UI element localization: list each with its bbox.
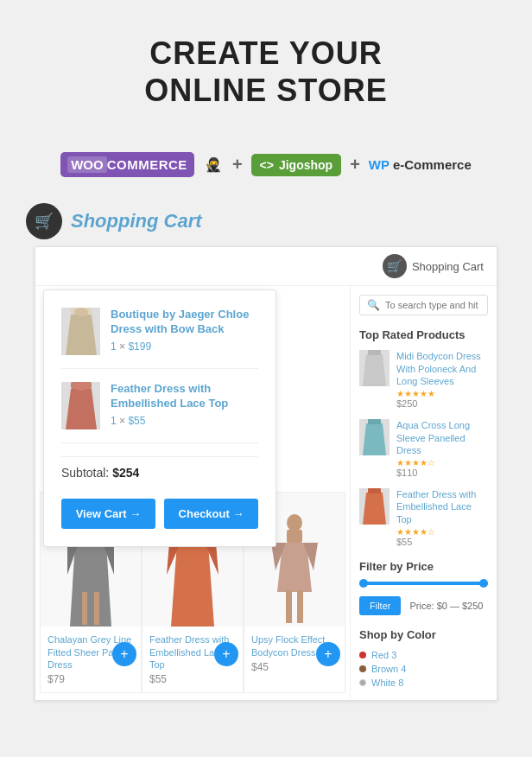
hero-title: CREATE YOUR ONLINE STORE: [17, 35, 515, 109]
search-input[interactable]: [385, 300, 480, 310]
top-rated-img-2: [359, 419, 390, 455]
add-to-cart-4-button[interactable]: +: [316, 642, 340, 666]
cart-dropdown: Boutique by Jaeger Chloe Dress with Bow …: [43, 289, 276, 547]
cart-section-header: 🛒 Shopping Cart: [0, 203, 532, 229]
top-rated-price-2: $110: [396, 468, 488, 478]
svg-rect-29: [286, 590, 292, 623]
store-cart-label: Shopping Cart: [412, 260, 484, 273]
dress-image-2: [64, 382, 98, 429]
store-sidebar: 🔍 Top Rated Products Midi Bodycon Dress …: [350, 286, 497, 700]
price-slider-fill: [359, 582, 488, 585]
top-rated-title: Top Rated Products: [359, 328, 488, 341]
jigo-chevrons-icon: <>: [260, 158, 274, 172]
cart-icon: 🛒: [26, 203, 62, 239]
filter-button[interactable]: Filter: [359, 596, 401, 615]
color-dot-red: [359, 652, 366, 658]
svg-rect-30: [297, 590, 303, 623]
svg-rect-34: [368, 419, 381, 424]
top-rated-name-3: Feather Dress with Embellished Lace Top: [396, 488, 488, 525]
top-rated-name-2: Aqua Cross Long Sleeve Panelled Dress: [396, 419, 488, 456]
color-item-white[interactable]: White 8: [359, 677, 488, 688]
svg-marker-35: [363, 493, 386, 525]
filter-price-row: Filter Price: $0 — $250: [359, 592, 488, 615]
store-cart-icon: 🛒: [383, 254, 407, 278]
add-to-cart-3-button[interactable]: +: [214, 642, 238, 666]
dress-image-1: [64, 308, 98, 355]
svg-marker-31: [363, 354, 386, 386]
top-rated-svg-1: [359, 350, 390, 386]
svg-point-24: [287, 514, 302, 531]
woo-text: WOO: [67, 156, 107, 173]
top-rated-info-1: Midi Bodycon Dress With Poloneck And Lon…: [396, 350, 488, 409]
woocommerce-logo: WOO COMMERCE: [60, 152, 194, 177]
product-2-price: $79: [48, 673, 134, 685]
filter-section: Filter by Price Filter Price: $0 — $250: [359, 560, 488, 615]
top-rated-stars-1: ★★★★★: [396, 389, 488, 398]
price-slider-track: [359, 582, 488, 585]
plus-sign-2: +: [350, 155, 360, 175]
color-dot-white: [359, 679, 366, 686]
price-range-label: Price: $0 — $250: [409, 601, 483, 611]
color-item-red[interactable]: Red 3: [359, 650, 488, 660]
top-rated-item-2: Aqua Cross Long Sleeve Panelled Dress ★★…: [359, 419, 488, 478]
store-top-bar: 🛒 Shopping Cart: [35, 247, 497, 286]
plus-sign-1: +: [232, 155, 243, 175]
svg-marker-1: [66, 315, 97, 355]
ninja-icon: 🥷: [205, 156, 222, 173]
product-3-price: $55: [149, 673, 236, 685]
search-icon: 🔍: [367, 299, 380, 311]
top-rated-stars-3: ★★★★☆: [396, 527, 488, 537]
cart-item-1-link[interactable]: Boutique by Jaeger Chloe Dress with Bow …: [111, 308, 258, 337]
cart-title: Shopping Cart: [71, 210, 202, 232]
top-rated-img-1: [359, 350, 390, 386]
cart-item-1-image: [61, 308, 100, 355]
cart-item-1-info: Boutique by Jaeger Chloe Dress with Bow …: [111, 308, 258, 355]
commerce-text: COMMERCE: [107, 157, 187, 172]
top-rated-price-1: $250: [396, 398, 488, 409]
hero-section: CREATE YOUR ONLINE STORE: [0, 0, 532, 135]
store-cart-widget: 🛒 Shopping Cart: [383, 254, 484, 278]
svg-rect-36: [368, 488, 381, 493]
top-rated-item-3: Feather Dress with Embellished Lace Top …: [359, 488, 488, 547]
top-rated-svg-2: [359, 419, 390, 455]
color-title: Shop by Color: [359, 628, 488, 641]
svg-marker-21: [171, 543, 214, 627]
svg-rect-25: [287, 530, 302, 543]
cart-item-1: Boutique by Jaeger Chloe Dress with Bow …: [61, 308, 258, 369]
wp-ecommerce-logo: WP e-Commerce: [369, 157, 472, 172]
view-cart-button[interactable]: View Cart →: [61, 499, 155, 529]
checkout-button[interactable]: Checkout →: [164, 499, 258, 529]
top-rated-img-3: [359, 488, 390, 525]
top-rated-info-3: Feather Dress with Embellished Lace Top …: [396, 488, 488, 547]
cart-item-1-qty: 1 × $199: [111, 340, 258, 353]
cart-item-2: Feather Dress with Embellished Lace Top …: [61, 382, 258, 443]
svg-rect-17: [82, 592, 87, 625]
main-wrapper: Boutique by Jaeger Chloe Dress with Bow …: [17, 246, 515, 701]
color-dot-brown: [359, 665, 366, 672]
slider-thumb-left[interactable]: [359, 579, 368, 588]
cart-item-2-link[interactable]: Feather Dress with Embellished Lace Top: [111, 382, 258, 411]
logos-section: WOO COMMERCE 🥷 + <> Jigoshop + WP e-Comm…: [0, 135, 532, 203]
svg-point-5: [74, 382, 88, 391]
subtotal-row: Subtotal: $254: [61, 456, 258, 488]
cart-header: 🛒 Shopping Cart: [26, 203, 506, 239]
cart-item-2-info: Feather Dress with Embellished Lace Top …: [111, 382, 258, 429]
svg-rect-18: [94, 592, 99, 625]
top-rated-name-1: Midi Bodycon Dress With Poloneck And Lon…: [396, 350, 488, 387]
jigo-name: Jigoshop: [279, 158, 332, 172]
filter-title: Filter by Price: [359, 560, 488, 573]
top-rated-price-3: $55: [396, 537, 488, 547]
cart-item-2-image: [61, 382, 100, 429]
svg-marker-33: [363, 423, 386, 455]
top-rated-stars-2: ★★★★☆: [396, 458, 488, 468]
slider-thumb-right[interactable]: [479, 579, 488, 588]
svg-point-2: [74, 308, 88, 316]
svg-rect-32: [368, 350, 381, 355]
cart-item-2-qty: 1 × $55: [111, 415, 258, 427]
svg-marker-4: [66, 389, 97, 429]
svg-marker-14: [70, 543, 111, 627]
color-item-brown[interactable]: Brown 4: [359, 664, 488, 674]
add-to-cart-2-button[interactable]: +: [112, 642, 136, 666]
top-rated-svg-3: [359, 488, 390, 525]
search-box[interactable]: 🔍: [359, 295, 488, 315]
